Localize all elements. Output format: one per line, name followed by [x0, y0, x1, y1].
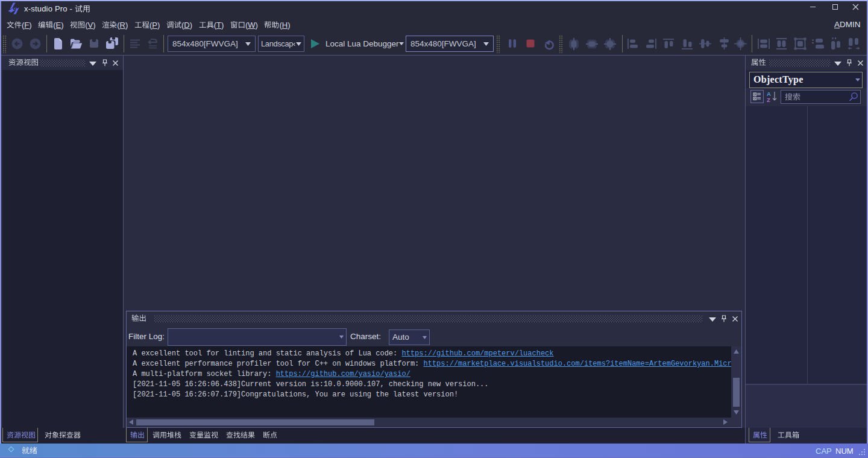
svg-text:Z: Z: [767, 97, 770, 103]
